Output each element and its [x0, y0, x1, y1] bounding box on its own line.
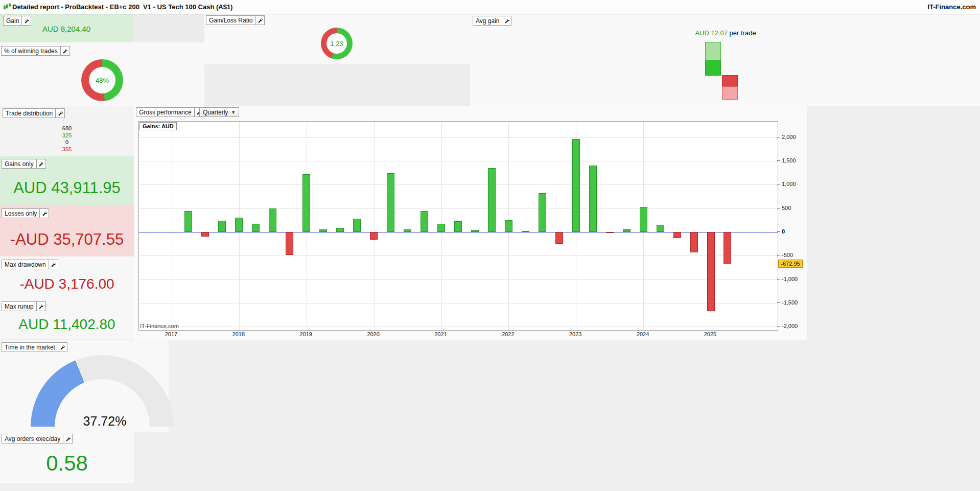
wrench-icon[interactable] [36, 159, 45, 168]
window-title: Detailed report - ProBacktest - EB+c 200… [12, 3, 232, 11]
chart-bar[interactable] [319, 229, 327, 232]
chart-bar[interactable] [623, 229, 631, 232]
h-gridline [139, 303, 778, 303]
chart-bar[interactable] [589, 166, 597, 232]
x-axis: 201720182019202020212022202320242025 [138, 330, 777, 338]
wrench-icon[interactable] [58, 343, 67, 352]
detailed-report-window: Detailed report - ProBacktest - EB+c 200… [0, 0, 980, 491]
chart-bar[interactable] [353, 219, 361, 232]
y-tick-mark [777, 160, 780, 161]
trade-distribution-label-box: Trade distribution [3, 108, 65, 118]
chart-bar[interactable] [218, 221, 226, 232]
avg-orders-label: Avg orders exec/day [2, 434, 63, 443]
chart-bar[interactable] [690, 232, 698, 252]
y-tick-label: 1,500 [782, 157, 796, 164]
chart-bar[interactable] [673, 232, 681, 238]
gain-loss-ratio-label: Gain/Loss Ratio [206, 16, 255, 25]
chart-bar[interactable] [404, 229, 411, 232]
chart-bar[interactable] [606, 232, 614, 233]
chart-bar[interactable] [572, 139, 580, 232]
chart-bar[interactable] [505, 220, 512, 232]
period-dropdown[interactable]: Quarterly ▼ [199, 107, 239, 117]
plot-area: Gains: AUD IT-Finance.com [138, 121, 778, 331]
gross-performance-label-box: Gross performance [136, 107, 204, 117]
trade-distribution-row: 325 [0, 132, 134, 139]
chart-bar[interactable] [421, 211, 428, 232]
avg-gain-label-box: Avg gain [473, 16, 511, 26]
losses-only-label-box: Losses only [2, 208, 49, 218]
h-gridline [139, 279, 778, 280]
chart-bar[interactable] [488, 168, 496, 232]
h-gridline [139, 255, 778, 256]
h-gridline [139, 137, 778, 138]
chevron-down-icon: ▼ [231, 110, 236, 115]
trade-distribution-values: 6803250355 [0, 125, 134, 153]
chart-bar[interactable] [235, 218, 243, 232]
v-gridline [172, 122, 172, 330]
chart-bar[interactable] [437, 224, 445, 232]
avg-gain-value: AUD 12.07 [695, 29, 728, 37]
chart-bar[interactable] [302, 174, 310, 232]
chart-bar[interactable] [539, 193, 546, 232]
y-tick-label: 2,000 [782, 133, 796, 141]
gain-loss-ratio-label-box: Gain/Loss Ratio [206, 15, 265, 25]
chart-bar[interactable] [657, 225, 664, 232]
chart-bar[interactable] [370, 232, 378, 240]
chart-bar[interactable] [286, 232, 293, 255]
trade-distribution-row: 355 [0, 146, 134, 153]
time-in-market-value: 37.72% [77, 414, 133, 429]
h-gridline [139, 208, 778, 209]
chart-bar[interactable] [269, 208, 276, 232]
winning-trades-donut: 48% [81, 59, 123, 101]
time-in-market-label: Time in the market [2, 343, 58, 352]
chart-bar[interactable] [201, 232, 209, 237]
gains-only-label-box: Gains only [2, 159, 46, 169]
wrench-icon[interactable] [60, 46, 69, 55]
wrench-icon[interactable] [55, 109, 64, 118]
wrench-icon[interactable] [255, 16, 264, 25]
chart-bar[interactable] [724, 232, 731, 264]
x-tick-label: 2019 [295, 331, 317, 337]
wrench-icon[interactable] [21, 16, 31, 25]
wrench-icon[interactable] [63, 434, 72, 443]
y-tick-mark [777, 208, 780, 208]
brand-text: IT-Finance.com [927, 3, 976, 11]
chart-bar[interactable] [522, 231, 529, 232]
x-tick-label: 2017 [160, 331, 182, 337]
max-runup-label-box: Max runup [2, 301, 46, 311]
wrench-icon[interactable] [39, 209, 49, 218]
chart-bar[interactable] [184, 211, 192, 232]
wrench-icon[interactable] [502, 16, 511, 25]
y-tick-mark [777, 231, 780, 232]
chart-bar[interactable] [640, 207, 647, 232]
chart-bar[interactable] [454, 221, 462, 232]
candlestick-chart-icon [3, 3, 11, 13]
gain-value: AUD 8,204.40 [0, 25, 133, 33]
chart-bar[interactable] [471, 230, 479, 232]
h-gridline [139, 161, 778, 161]
avg-gain-suffix: per trade [728, 29, 756, 37]
wrench-icon[interactable] [49, 260, 58, 269]
trade-distribution-row: 680 [0, 125, 134, 132]
last-value-badge: -672.95 [778, 260, 803, 268]
chart-bar[interactable] [387, 173, 394, 232]
chart-bar[interactable] [555, 232, 563, 244]
trade-distribution-label: Trade distribution [3, 109, 55, 118]
y-tick-mark [777, 137, 780, 137]
wrench-icon[interactable] [36, 302, 45, 311]
x-tick-label: 2023 [564, 331, 587, 337]
max-drawdown-value: -AUD 3,176.00 [0, 276, 134, 292]
y-axis: 2,0001,5001,0005000-500-1,000-1,500-2,00… [777, 121, 807, 330]
gain-label: Gain [4, 16, 21, 25]
y-tick-mark [777, 302, 780, 303]
chart-bar[interactable] [336, 228, 344, 232]
chart-bar[interactable] [707, 232, 715, 311]
chart-bar[interactable] [252, 224, 260, 232]
chart-corner-label: Gains: AUD [139, 122, 177, 130]
y-tick-mark [777, 255, 780, 255]
avg-gain-block-light-green [705, 42, 721, 60]
winning-trades-label-box: % of winning trades [1, 46, 70, 56]
x-tick-label: 2021 [430, 331, 452, 337]
avg-loss-block-red [722, 75, 738, 87]
time-in-market-label-box: Time in the market [2, 342, 67, 352]
